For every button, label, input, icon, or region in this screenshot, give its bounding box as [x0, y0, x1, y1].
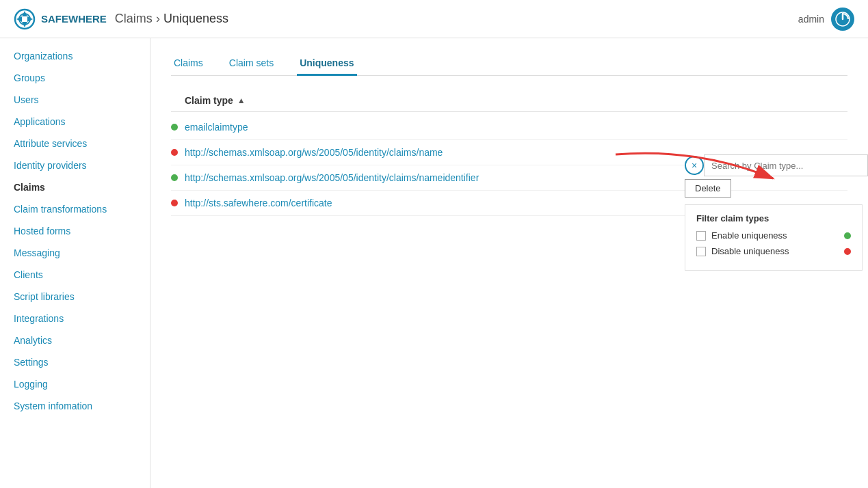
sidebar-item-clients[interactable]: Clients [0, 264, 150, 286]
filter-checkbox-enable-uniqueness[interactable] [696, 231, 706, 241]
filter-label-enable-uniqueness: Enable uniqueness [711, 230, 787, 241]
filter-label-disable-uniqueness: Disable uniqueness [711, 246, 789, 256]
sidebar: OrganizationsGroupsUsersApplicationsAttr… [0, 38, 150, 488]
popup-area: × Delete Filter claim types Enable uniqu… [685, 154, 868, 271]
main-content: ClaimsClaim setsUniqueness Claim type ▲ … [150, 38, 868, 488]
search-row: × [685, 154, 868, 176]
filter-checkbox-disable-uniqueness[interactable] [696, 247, 706, 256]
claim-label-row3[interactable]: http://schemas.xmlsoap.org/ws/2005/05/id… [185, 172, 479, 183]
sidebar-item-settings[interactable]: Settings [0, 351, 150, 373]
tabs: ClaimsClaim setsUniqueness [171, 52, 847, 76]
logo-icon [14, 8, 36, 30]
sidebar-item-analytics[interactable]: Analytics [0, 329, 150, 351]
sidebar-item-users[interactable]: Users [0, 89, 150, 111]
sidebar-item-hosted-forms[interactable]: Hosted forms [0, 220, 150, 242]
claim-label-row4[interactable]: http://sts.safewhere.com/certificate [185, 198, 332, 208]
breadcrumb: Claims › Uniqueness [115, 12, 228, 26]
logo: SAFEWHERE [14, 8, 107, 30]
sidebar-item-organizations[interactable]: Organizations [0, 45, 150, 67]
sort-icon[interactable]: ▲ [237, 96, 246, 105]
filter-title: Filter claim types [696, 213, 851, 223]
sidebar-item-applications[interactable]: Applications [0, 111, 150, 133]
status-dot-row4 [171, 200, 178, 206]
status-dot-row3 [171, 174, 178, 181]
delete-button[interactable]: Delete [685, 179, 731, 198]
table-row-row1: emailclaimtype [171, 115, 847, 140]
claim-label-row2[interactable]: http://schemas.xmlsoap.org/ws/2005/05/id… [185, 147, 443, 158]
sidebar-item-claim-transformations[interactable]: Claim transformations [0, 198, 150, 220]
filter-dot-enable-uniqueness [844, 232, 851, 239]
app-name: SAFEWHERE [41, 13, 107, 25]
layout: OrganizationsGroupsUsersApplicationsAttr… [0, 38, 868, 488]
sidebar-item-attribute-services[interactable]: Attribute services [0, 133, 150, 154]
user-icon[interactable] [831, 8, 854, 31]
tab-claims[interactable]: Claims [171, 52, 206, 76]
admin-label: admin [798, 14, 824, 25]
tab-claim-sets[interactable]: Claim sets [226, 52, 276, 76]
status-dot-row1 [171, 124, 178, 131]
column-header-claim-type: Claim type [185, 95, 233, 106]
breadcrumb-separator: › [156, 12, 160, 25]
sidebar-item-integrations[interactable]: Integrations [0, 308, 150, 329]
sidebar-item-identity-providers[interactable]: Identity providers [0, 154, 150, 176]
filter-dot-disable-uniqueness [844, 248, 851, 255]
breadcrumb-claims: Claims [115, 12, 153, 25]
search-input[interactable] [704, 154, 868, 176]
tab-uniqueness[interactable]: Uniqueness [297, 52, 356, 76]
filter-options: Enable uniquenessDisable uniqueness [696, 230, 851, 256]
sidebar-item-groups[interactable]: Groups [0, 67, 150, 89]
sidebar-item-system-infomation[interactable]: System infomation [0, 395, 150, 417]
claim-label-row1: emailclaimtype [185, 122, 248, 133]
sidebar-item-messaging[interactable]: Messaging [0, 242, 150, 264]
sidebar-item-claims[interactable]: Claims [0, 176, 150, 198]
header: SAFEWHERE Claims › Uniqueness admin [0, 0, 868, 38]
header-right: admin [798, 8, 854, 31]
filter-row-enable-uniqueness: Enable uniqueness [696, 230, 851, 241]
sidebar-item-logging[interactable]: Logging [0, 373, 150, 395]
sidebar-item-script-libraries[interactable]: Script libraries [0, 286, 150, 308]
filter-section: Filter claim types Enable uniquenessDisa… [685, 204, 863, 271]
close-button[interactable]: × [685, 156, 704, 175]
status-dot-row2 [171, 149, 178, 156]
table-header: Claim type ▲ [171, 90, 847, 112]
filter-row-disable-uniqueness: Disable uniqueness [696, 246, 851, 256]
header-left: SAFEWHERE Claims › Uniqueness [14, 8, 228, 30]
breadcrumb-current: Uniqueness [163, 12, 228, 25]
